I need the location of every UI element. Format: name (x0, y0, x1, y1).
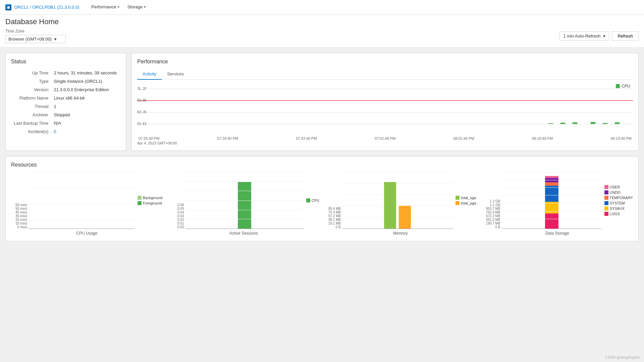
svg-rect-9 (548, 123, 553, 124)
svg-rect-11 (573, 122, 577, 124)
timezone-select[interactable]: Browser (GMT+08:00) ▾ (5, 35, 66, 43)
y-label: 95.4 MB (325, 207, 341, 210)
legend-label-temporary: TEMPORARY (610, 196, 633, 200)
cpu-usage-yaxis: 60 ms/s 50 ms/s 40 ms/s 30 ms/s 20 ms/s … (11, 203, 29, 229)
status-value[interactable]: 0 (52, 127, 120, 136)
legend-color-user (604, 185, 608, 189)
tab-services[interactable]: Services (162, 69, 189, 80)
legend-user: USER (604, 185, 633, 189)
legend-color-pga (455, 201, 460, 205)
legend-label-system: SYSTEM (610, 201, 625, 205)
grid-line (185, 200, 304, 201)
status-panel: Status Up Time2 hours, 31 minutes, 39 se… (5, 53, 126, 151)
top-panels: Status Up Time2 hours, 31 minutes, 39 se… (5, 53, 639, 151)
y-label: 50 ms/s (11, 207, 27, 210)
y-label: 0 B (482, 225, 500, 229)
grid-line (502, 172, 602, 172)
grid-line (342, 206, 453, 206)
grid-line (342, 172, 453, 172)
y-label: 76.3 MB (325, 210, 341, 214)
legend-background: Background (138, 196, 163, 200)
table-row: Up Time2 hours, 31 minutes, 39 seconds (11, 69, 120, 77)
page-title: Database Home (5, 17, 639, 26)
legend-label-undo: UNDO (610, 190, 621, 194)
cpu-usage-title: CPU Usage (76, 231, 97, 236)
legend-undo: UNDO (604, 190, 633, 194)
legend-system: SYSTEM (604, 201, 633, 205)
legend-color-background (138, 196, 142, 200)
grid-line (502, 203, 602, 203)
data-storage-title: Data Storage (545, 231, 569, 236)
grid-line (185, 210, 304, 210)
legend-label-user: USER (610, 185, 620, 189)
table-row: Version21.3.0.0.0 Enterprise Edition (11, 85, 120, 94)
resources-panel: Resources 60 ms/s 50 ms/s 40 ms/s 30 ms/… (5, 156, 639, 241)
chevron-down-icon: ▾ (603, 34, 605, 39)
data-storage-chart: 1.3 GB 1.1 GB 953.7 MB 762.9 MB 572.2 MB… (482, 172, 633, 236)
refresh-button[interactable]: Refresh (612, 32, 639, 41)
legend-cpu: CPU (306, 198, 319, 202)
legend-label-sga: total_sga (461, 196, 476, 200)
active-sessions-inner: 0.06 0.05 0.04 0.03 0.02 0.01 0.00 (168, 172, 320, 229)
svg-text:0.0: 0.0 (137, 122, 147, 126)
cpu-legend-label: CPU (622, 84, 630, 88)
grid-line (29, 204, 135, 204)
svg-text:1.2: 1.2 (137, 86, 147, 90)
status-value: 1 (52, 102, 120, 111)
cpu-usage-inner: 60 ms/s 50 ms/s 40 ms/s 30 ms/s 20 ms/s … (11, 172, 163, 229)
data-storage-inner: 1.3 GB 1.1 GB 953.7 MB 762.9 MB 572.2 MB… (482, 172, 633, 229)
active-sessions-legend: CPU (306, 198, 319, 202)
legend-color-temporary (604, 196, 608, 200)
status-key: Last Backup Time (11, 119, 52, 127)
nav-performance[interactable]: Performance ▾ (87, 0, 123, 15)
status-value: N/A (52, 119, 120, 127)
performance-panel: Performance Activity Services 1.2 0.8 (131, 53, 639, 151)
status-value: 2 hours, 31 minutes, 39 seconds (52, 69, 120, 77)
table-row: TypeSingle Instance (ORCL1) (11, 77, 120, 85)
cpu-usage-bars (29, 172, 135, 229)
nav-storage[interactable]: Storage ▾ (123, 0, 150, 15)
memory-bars (342, 172, 453, 229)
status-key: Thread (11, 102, 52, 111)
legend-color-sysaux (604, 206, 608, 210)
status-value: 21.3.0.0.0 Enterprise Edition (52, 85, 120, 94)
active-sessions-title: Active Sessions (229, 231, 258, 236)
y-label: 0.04 (168, 210, 184, 214)
auto-refresh-select[interactable]: 1 min Auto-Refresh ▾ (559, 32, 609, 41)
y-label: 40 ms/s (11, 210, 27, 214)
svg-rect-10 (560, 123, 565, 124)
db-icon: ▦ (5, 4, 11, 10)
y-label: 0.01 (168, 222, 184, 225)
y-label: 20 ms/s (11, 218, 27, 222)
performance-title: Performance (137, 59, 633, 65)
status-key: Platform Name (11, 94, 52, 102)
main-content: Status Up Time2 hours, 31 minutes, 39 se… (0, 48, 644, 247)
breadcrumb-link[interactable]: ORCL1 / ORCLPDB1 (21.3.0.0.0) (14, 5, 79, 10)
y-label: 38.1 MB (325, 218, 341, 222)
grid-line (185, 219, 304, 219)
status-key: Version (11, 85, 52, 94)
grid-line (502, 180, 602, 180)
active-sessions-yaxis: 0.06 0.05 0.04 0.03 0.02 0.01 0.00 (168, 203, 185, 229)
perf-chart-wrap: 1.2 0.8 0.4 0.0 CPU (137, 84, 633, 145)
tab-activity[interactable]: Activity (137, 69, 162, 80)
legend-color-system (604, 201, 608, 205)
incidents-link[interactable]: 0 (54, 129, 56, 134)
temporary-segment (545, 182, 558, 186)
y-label: 30 ms/s (11, 214, 27, 218)
legend-label-background: Background (143, 196, 163, 200)
y-label: 19.1 MB (325, 222, 341, 225)
table-row: Thread1 (11, 102, 120, 111)
table-row: Incident(s)0 (11, 127, 120, 136)
active-sessions-bars (185, 172, 304, 229)
y-label: 0.03 (168, 214, 184, 218)
svg-text:0.8: 0.8 (137, 98, 147, 102)
sga-bar (384, 182, 396, 229)
y-label: 0.05 (168, 207, 184, 210)
sysaux-segment (545, 202, 558, 214)
system-segment (545, 186, 558, 202)
y-label: 953.7 MB (482, 207, 500, 210)
legend-label-foreground: Foreground (143, 201, 162, 205)
y-label: 0.02 (168, 218, 184, 222)
performance-tabs: Activity Services (137, 69, 633, 80)
